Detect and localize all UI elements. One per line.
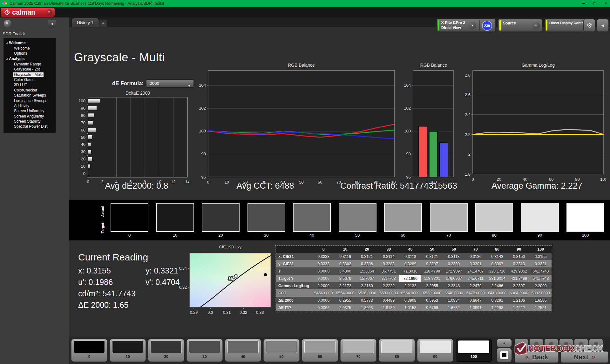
meter-selector[interactable]: X-Rite i1Pro 2 Direct View ▼ 239 bbox=[437, 19, 496, 32]
table-cell: 0.3321 bbox=[530, 260, 552, 267]
meter-dropdown-chevron-icon[interactable]: ▼ bbox=[469, 22, 476, 30]
table-cell: 6554.0000 bbox=[334, 289, 356, 297]
patch-button-70[interactable]: 70 bbox=[340, 339, 376, 362]
table-cell: 6364.0000 bbox=[508, 289, 530, 297]
patch-button-10[interactable]: 10 bbox=[110, 339, 146, 362]
toolbar-icon-button-6[interactable] bbox=[589, 339, 603, 350]
sidebar-item-options[interactable]: Options bbox=[3, 51, 56, 56]
swatch-label: 40 bbox=[293, 233, 331, 238]
sidebar-item-screen-angularity[interactable]: Screen Angularity bbox=[3, 114, 56, 119]
toolbar-icon-button-2[interactable] bbox=[530, 339, 543, 350]
sidebar-jog-button[interactable] bbox=[4, 20, 11, 28]
calman-app-icon bbox=[2, 1, 7, 6]
grayscale-swatch-70 bbox=[430, 203, 468, 232]
logo-menu-chevron-icon[interactable]: ▼ bbox=[46, 9, 52, 15]
table-cell: 1.9180 bbox=[378, 304, 399, 311]
toolbar-glyph-icon bbox=[519, 342, 524, 347]
add-tab-button[interactable]: + bbox=[99, 20, 107, 27]
collapse-panel-button[interactable]: ◀ bbox=[597, 19, 609, 32]
sidebar-title: SDR Toolkit bbox=[3, 31, 25, 36]
patch-button-90[interactable]: 90 bbox=[417, 339, 453, 362]
sidebar-item-grayscale-2pt[interactable]: Grayscale - 2pt bbox=[3, 67, 56, 72]
patch-button-30[interactable]: 30 bbox=[186, 339, 223, 362]
calman-diamond-icon bbox=[4, 10, 10, 15]
patch-button-60[interactable]: 60 bbox=[302, 339, 338, 362]
svg-text:102: 102 bbox=[404, 106, 411, 111]
sidebar-item-additivity[interactable]: Additivity bbox=[3, 103, 56, 108]
table-header-row: 0102030405060708090100 bbox=[276, 246, 552, 253]
grayscale-swatch-10 bbox=[156, 203, 194, 232]
tree-group-analysis[interactable]: ◢Analysis bbox=[3, 56, 56, 62]
table-row: y: CIE310.33330.33020.33060.32830.32890.… bbox=[276, 260, 552, 267]
patch-button-40[interactable]: 40 bbox=[225, 339, 261, 362]
tree-group-welcome[interactable]: ◢Welcome bbox=[3, 40, 56, 46]
sidebar-item-luminance-sweeps[interactable]: Luminance Sweeps bbox=[3, 98, 56, 103]
swatch-label: 70 bbox=[430, 233, 468, 238]
sidebar-item-dynamic-range[interactable]: Dynamic Range bbox=[3, 62, 56, 67]
meter-reading-badge[interactable]: 239 bbox=[482, 21, 492, 31]
svg-text:2.8: 2.8 bbox=[465, 73, 471, 78]
svg-text:80: 80 bbox=[81, 113, 85, 118]
svg-text:30: 30 bbox=[81, 149, 85, 154]
close-icon[interactable]: ✕ bbox=[604, 0, 607, 7]
display-control-status-strip bbox=[546, 20, 547, 30]
restore-icon[interactable] bbox=[593, 2, 596, 5]
table-cell: 176.0967 bbox=[443, 275, 464, 282]
sidebar-item-color-gamut[interactable]: Color Gamut bbox=[3, 77, 56, 82]
minimize-icon[interactable] bbox=[582, 3, 585, 4]
source-dropdown-chevron-icon[interactable]: ▼ bbox=[532, 22, 540, 30]
patch-button-20[interactable]: 20 bbox=[148, 339, 184, 362]
source-selector[interactable]: Source ▼ bbox=[498, 19, 542, 32]
de-formula-select[interactable]: 2000 ▼ bbox=[146, 79, 194, 88]
patch-swatch bbox=[420, 340, 451, 353]
table-cell: 0.3306 bbox=[356, 260, 378, 267]
toolbar-icon-button-5[interactable] bbox=[574, 339, 588, 350]
sidebar-item-spectral-power-dist-[interactable]: Spectral Power Dist. bbox=[3, 124, 56, 129]
table-cell: 2.2132 bbox=[399, 282, 421, 289]
next-button[interactable]: Next » bbox=[561, 351, 608, 363]
patch-swatch bbox=[74, 340, 105, 353]
deltae-2000-chart: 100908070605040302010002468101214 bbox=[68, 95, 189, 186]
patch-scroll-up-icon[interactable]: ▲ bbox=[497, 339, 512, 347]
table-cell: 0.3121 bbox=[356, 253, 378, 260]
table-column-header: 30 bbox=[378, 246, 399, 253]
toolbar-icon-button-3[interactable] bbox=[545, 339, 558, 350]
sidebar-item-welcome[interactable]: Welcome bbox=[3, 46, 56, 51]
patch-button-50[interactable]: 50 bbox=[263, 339, 300, 362]
table-cell: 15.7067 bbox=[356, 275, 378, 282]
settings-button[interactable]: ⚙ bbox=[583, 19, 595, 32]
table-cell: 2.2000 bbox=[313, 282, 334, 289]
sidebar-item-grayscale-multi[interactable]: Grayscale - Multi bbox=[3, 72, 56, 77]
sidebar: ◀ SDR Toolkit ◢WelcomeWelcomeOptions◢Ana… bbox=[0, 17, 69, 364]
table-cell: 0.4489 bbox=[378, 297, 399, 304]
patch-button-80[interactable]: 80 bbox=[379, 339, 415, 362]
table-cell: 6526.0000 bbox=[356, 289, 378, 297]
table-cell: 6548.0000 bbox=[443, 289, 464, 297]
patch-button-0[interactable]: 0 bbox=[71, 339, 107, 362]
reading-row: cd/m²: 541.7743 bbox=[78, 289, 180, 300]
table-row: ΔE 20000.00000.29550.57730.44890.39080.5… bbox=[276, 297, 552, 304]
back-button[interactable]: « Back bbox=[515, 351, 559, 363]
table-cell: 15.3064 bbox=[356, 267, 378, 275]
table-cell: 0.3297 bbox=[421, 260, 443, 267]
toolbar-glyph-icon bbox=[564, 342, 568, 347]
table-cell: 429.9852 bbox=[508, 267, 530, 275]
tab-history-1[interactable]: History 1 bbox=[72, 18, 98, 27]
sidebar-item-screen-uniformity[interactable]: Screen Uniformity bbox=[3, 108, 56, 113]
toolbar-glyph-icon bbox=[594, 342, 598, 347]
table-cell: 1.3991 bbox=[465, 304, 486, 311]
sidebar-item-colorchecker[interactable]: ColorChecker bbox=[3, 88, 56, 93]
patch-button-100[interactable]: 100 bbox=[456, 339, 492, 362]
table-cell: 0.2955 bbox=[334, 297, 356, 304]
sidebar-item-saturation-sweeps[interactable]: Saturation Sweeps bbox=[3, 93, 56, 98]
sidebar-item-3d-lut[interactable]: 3D LUT bbox=[3, 82, 56, 87]
svg-text:90: 90 bbox=[81, 106, 85, 111]
sidebar-collapse-icon[interactable]: ◀ bbox=[48, 20, 56, 28]
row-label: Target Y bbox=[276, 275, 313, 282]
toolbar-icon-button-4[interactable] bbox=[559, 339, 573, 350]
swatch-label: 30 bbox=[247, 233, 285, 238]
toolbar-icon-button-1[interactable] bbox=[515, 339, 528, 350]
sidebar-item-screen-stability[interactable]: Screen Stability bbox=[3, 119, 56, 124]
table-cell: 71.3016 bbox=[399, 267, 421, 275]
patch-window-button[interactable] bbox=[497, 348, 512, 362]
